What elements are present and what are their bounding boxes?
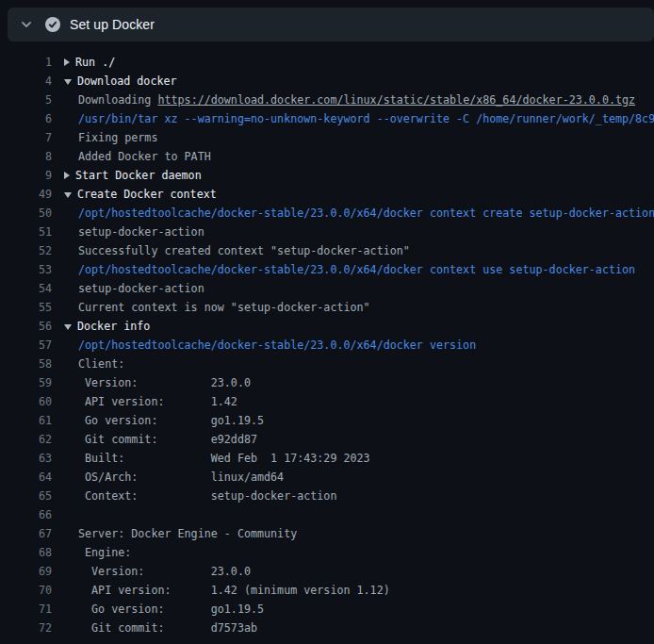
line-number[interactable]: 4 xyxy=(0,74,52,88)
log-line: 65 Context: setup-docker-action xyxy=(0,487,654,505)
line-number[interactable]: 56 xyxy=(0,320,52,333)
line-number[interactable]: 70 xyxy=(0,584,52,597)
log-area: 1Run ./4Download docker5Downloading http… xyxy=(0,41,654,644)
log-text: Context: setup-docker-action xyxy=(78,489,336,503)
log-line: 66 xyxy=(0,505,654,524)
line-number[interactable]: 59 xyxy=(0,376,52,389)
log-text: Built: Wed Feb 1 17:43:29 2023 xyxy=(78,452,370,465)
log-line: 9Start Docker daemon xyxy=(0,166,654,185)
log-text: Downloading https://download.docker.com/… xyxy=(78,93,635,107)
log-group-header[interactable]: Create Docker context xyxy=(64,188,217,201)
log-line: 71 Go version: go1.19.5 xyxy=(0,600,654,619)
log-line: 63 Built: Wed Feb 1 17:43:29 2023 xyxy=(0,449,654,468)
line-number[interactable]: 64 xyxy=(0,471,52,484)
log-line: 8Added Docker to PATH xyxy=(0,147,654,166)
log-line: 61 Go version: go1.19.5 xyxy=(0,411,654,430)
triangle-down-icon[interactable] xyxy=(64,324,72,330)
log-line: 51setup-docker-action xyxy=(0,223,654,241)
log-group-header[interactable]: Docker info xyxy=(64,320,150,333)
log-text: Git commit: e92dd87 xyxy=(78,433,257,446)
log-line: 69 Version: 23.0.0 xyxy=(0,562,654,581)
log-line: 67Server: Docker Engine - Community xyxy=(0,524,654,543)
line-number[interactable]: 65 xyxy=(0,489,52,503)
log-text: API version: 1.42 xyxy=(78,395,237,408)
line-number[interactable]: 55 xyxy=(0,301,52,314)
line-number[interactable]: 72 xyxy=(0,621,52,635)
log-text: setup-docker-action xyxy=(78,225,204,239)
step-header[interactable]: Set up Docker xyxy=(8,8,654,41)
group-title: Run ./ xyxy=(75,56,115,69)
line-number[interactable]: 50 xyxy=(0,206,52,220)
download-url-link[interactable]: https://download.docker.com/linux/static… xyxy=(157,93,635,107)
log-line: 58Client: xyxy=(0,355,654,373)
line-number[interactable]: 62 xyxy=(0,433,52,446)
log-text: Fixing perms xyxy=(78,131,157,144)
log-line: 70 API version: 1.42 (minimum version 1.… xyxy=(0,581,654,600)
log-line: 62 Git commit: e92dd87 xyxy=(0,430,654,449)
line-number[interactable]: 51 xyxy=(0,225,52,239)
command-text: /opt/hostedtoolcache/docker-stable/23.0.… xyxy=(78,206,654,220)
line-number[interactable]: 58 xyxy=(0,357,52,371)
log-text: OS/Arch: linux/amd64 xyxy=(78,471,284,484)
chevron-down-icon[interactable] xyxy=(19,17,34,32)
line-number[interactable]: 54 xyxy=(0,282,52,295)
log-text: Go version: go1.19.5 xyxy=(78,414,264,427)
log-group-header[interactable]: Run ./ xyxy=(64,56,115,69)
log-line: 1Run ./ xyxy=(0,53,654,72)
log-text: Added Docker to PATH xyxy=(78,150,211,163)
log-line: 72 Git commit: d7573ab xyxy=(0,619,654,637)
log-text: setup-docker-action xyxy=(78,282,204,295)
log-group-header[interactable]: Download docker xyxy=(64,74,177,88)
line-number[interactable]: 66 xyxy=(0,508,52,521)
log-line: 60 API version: 1.42 xyxy=(0,392,654,411)
log-text: Server: Docker Engine - Community xyxy=(78,527,297,540)
line-number[interactable]: 71 xyxy=(0,603,52,616)
triangle-down-icon[interactable] xyxy=(64,192,72,198)
log-line: 52Successfully created context "setup-do… xyxy=(0,241,654,260)
log-line: 68 Engine: xyxy=(0,543,654,562)
command-text: /opt/hostedtoolcache/docker-stable/23.0.… xyxy=(78,339,476,352)
line-number[interactable]: 63 xyxy=(0,452,52,465)
log-text: Successfully created context "setup-dock… xyxy=(78,244,410,257)
line-number[interactable]: 8 xyxy=(0,150,52,163)
triangle-right-icon[interactable] xyxy=(64,172,70,179)
log-text: Version: 23.0.0 xyxy=(78,565,251,578)
log-line: 6/usr/bin/tar xz --warning=no-unknown-ke… xyxy=(0,109,654,128)
log-line: 50/opt/hostedtoolcache/docker-stable/23.… xyxy=(0,204,654,223)
line-number[interactable]: 49 xyxy=(0,188,52,201)
line-number[interactable]: 61 xyxy=(0,414,52,427)
line-number[interactable]: 52 xyxy=(0,244,52,257)
log-text: Engine: xyxy=(78,546,131,559)
log-text: Version: 23.0.0 xyxy=(78,376,251,389)
line-number[interactable]: 60 xyxy=(0,395,52,408)
log-text: Git commit: d7573ab xyxy=(78,621,257,635)
line-number[interactable]: 6 xyxy=(0,112,52,125)
line-number[interactable]: 7 xyxy=(0,131,52,144)
log-line: 64 OS/Arch: linux/amd64 xyxy=(0,468,654,487)
line-number[interactable]: 9 xyxy=(0,169,52,182)
group-title: Docker info xyxy=(77,320,150,333)
log-text: Current context is now "setup-docker-act… xyxy=(78,301,370,314)
log-line: 56Docker info xyxy=(0,317,654,336)
line-number[interactable]: 1 xyxy=(0,56,52,69)
log-text: Client: xyxy=(78,357,124,371)
log-line: 57/opt/hostedtoolcache/docker-stable/23.… xyxy=(0,336,654,355)
line-number[interactable]: 53 xyxy=(0,263,52,276)
log-text: Go version: go1.19.5 xyxy=(78,603,264,616)
log-group-header[interactable]: Start Docker daemon xyxy=(64,169,202,182)
command-text: /opt/hostedtoolcache/docker-stable/23.0.… xyxy=(78,263,635,276)
check-circle-icon xyxy=(45,17,60,32)
line-number[interactable]: 67 xyxy=(0,527,52,540)
line-number[interactable]: 5 xyxy=(0,93,52,107)
command-text: /usr/bin/tar xz --warning=no-unknown-key… xyxy=(78,112,654,125)
line-number[interactable]: 57 xyxy=(0,339,52,352)
line-number[interactable]: 68 xyxy=(0,546,52,559)
log-line: 55Current context is now "setup-docker-a… xyxy=(0,298,654,317)
triangle-down-icon[interactable] xyxy=(64,79,72,85)
triangle-right-icon[interactable] xyxy=(64,58,70,66)
log-line: 54setup-docker-action xyxy=(0,279,654,298)
group-title: Start Docker daemon xyxy=(75,169,202,182)
log-line: 53/opt/hostedtoolcache/docker-stable/23.… xyxy=(0,260,654,279)
line-number[interactable]: 69 xyxy=(0,565,52,578)
log-line: 59 Version: 23.0.0 xyxy=(0,373,654,392)
